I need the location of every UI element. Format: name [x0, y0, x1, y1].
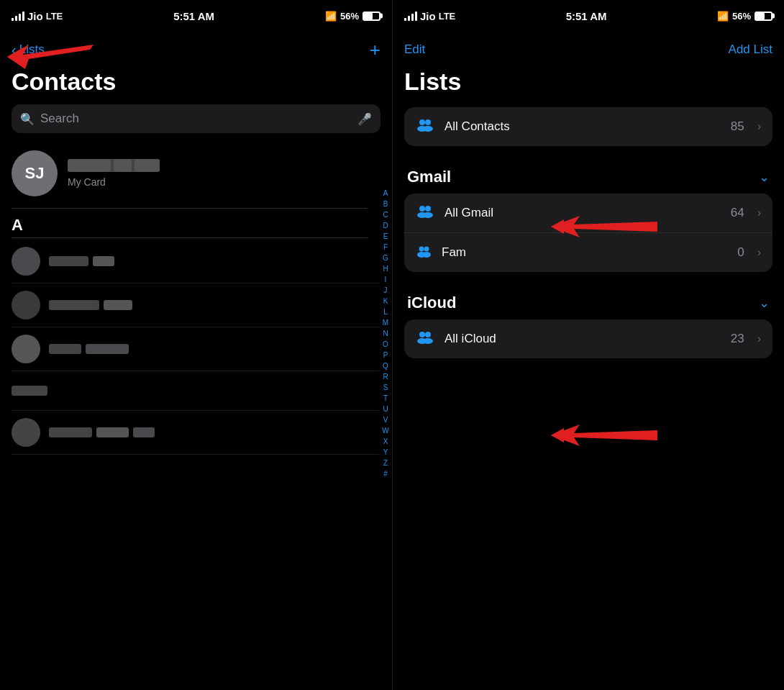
add-list-button[interactable]: Add List: [729, 42, 772, 57]
svg-point-18: [419, 332, 425, 337]
alpha-N[interactable]: N: [383, 328, 388, 339]
fam-row[interactable]: Fam 0 ›: [404, 232, 772, 272]
signal-icon: [12, 11, 24, 21]
svg-point-12: [419, 247, 424, 252]
blur-block-3: [135, 159, 160, 172]
battery-icon: [363, 12, 380, 21]
svg-point-13: [424, 247, 429, 252]
alpha-K[interactable]: K: [383, 296, 388, 307]
alpha-R[interactable]: R: [383, 371, 388, 382]
contact-row-1[interactable]: [12, 240, 379, 283]
section-letter-a: A: [12, 210, 379, 237]
alpha-B[interactable]: B: [383, 199, 388, 209]
alpha-Z[interactable]: Z: [383, 458, 388, 468]
gmail-group-icon-1: [416, 204, 434, 222]
alpha-V[interactable]: V: [383, 414, 388, 425]
icloud-chevron-down[interactable]: ⌄: [759, 295, 770, 311]
blur-block-1: [68, 159, 111, 172]
contact-row-2[interactable]: [12, 283, 379, 327]
right-time: 5:51 AM: [566, 10, 607, 22]
alpha-Q[interactable]: Q: [383, 360, 388, 371]
contacts-title: Contacts: [0, 68, 392, 104]
contacts-scroll[interactable]: SJ My Card A: [0, 145, 379, 690]
back-to-lists-button[interactable]: ‹ Lists: [12, 42, 45, 58]
svg-point-11: [423, 212, 433, 218]
svg-point-15: [422, 252, 431, 258]
contact-name-1: [49, 256, 114, 266]
alpha-D[interactable]: D: [383, 220, 388, 231]
alpha-I[interactable]: I: [385, 274, 387, 285]
right-battery-area: 📶 56%: [717, 11, 772, 22]
icloud-label: iCloud: [407, 294, 456, 312]
alpha-hash[interactable]: #: [383, 468, 388, 479]
svg-point-9: [425, 206, 431, 212]
alpha-T[interactable]: T: [383, 393, 388, 404]
svg-point-8: [419, 206, 425, 212]
alpha-C[interactable]: C: [383, 209, 388, 220]
all-gmail-row[interactable]: All Gmail 64 ›: [404, 194, 772, 232]
contacts-group-icon-all: [416, 117, 434, 136]
alpha-Y[interactable]: Y: [383, 447, 388, 458]
name-blur-4a: [12, 386, 47, 396]
all-icloud-row[interactable]: All iCloud 23 ›: [404, 319, 772, 358]
gmail-chevron-down[interactable]: ⌄: [759, 169, 770, 185]
alpha-G[interactable]: G: [383, 253, 388, 263]
alpha-L[interactable]: L: [383, 307, 388, 317]
svg-point-19: [425, 332, 431, 337]
fam-count: 0: [737, 245, 744, 260]
alpha-M[interactable]: M: [383, 317, 388, 328]
my-card-row[interactable]: SJ My Card: [12, 145, 379, 208]
alpha-E[interactable]: E: [383, 231, 388, 242]
avatar: SJ: [12, 150, 58, 196]
icloud-section-header[interactable]: iCloud ⌄: [404, 279, 772, 319]
name-blur-5b: [96, 427, 129, 437]
section-divider-a2: [12, 237, 368, 238]
alpha-W[interactable]: W: [382, 425, 388, 436]
alpha-U[interactable]: U: [383, 404, 388, 414]
my-card-label: My Card: [68, 176, 160, 188]
contact-row-5[interactable]: [12, 411, 379, 455]
gmail-card[interactable]: All Gmail 64 › Fam 0 ›: [404, 194, 772, 272]
icloud-card[interactable]: All iCloud 23 ›: [404, 319, 772, 358]
search-bar[interactable]: 🔍 Search 🎤: [12, 104, 380, 133]
fam-label: Fam: [442, 245, 727, 260]
name-blur-3b: [86, 344, 129, 354]
wifi-icon: 📶: [325, 11, 337, 22]
gmail-section-header[interactable]: Gmail ⌄: [404, 153, 772, 194]
alphabet-index[interactable]: A B C D E F G H I J K L M N O P Q R S T …: [379, 145, 392, 690]
svg-marker-17: [551, 428, 564, 442]
left-battery-pct: 56%: [340, 11, 359, 22]
alpha-S[interactable]: S: [383, 382, 388, 393]
right-status-bar: Jio LTE 5:51 AM 📶 56%: [393, 0, 784, 32]
all-contacts-label: All Contacts: [445, 119, 721, 134]
contact-thumb-2: [12, 291, 40, 319]
contacts-list-area: SJ My Card A: [0, 145, 392, 690]
red-arrow-icloud: [551, 417, 659, 456]
all-gmail-chevron: ›: [757, 206, 761, 219]
all-icloud-count: 23: [731, 332, 744, 346]
chevron-left-icon: ‹: [12, 42, 17, 58]
add-contact-button[interactable]: +: [370, 40, 380, 59]
lists-scroll[interactable]: All Contacts 85 › Gmail ⌄: [393, 107, 784, 690]
edit-button[interactable]: Edit: [404, 42, 425, 57]
alpha-A[interactable]: A: [383, 188, 388, 199]
alpha-J[interactable]: J: [384, 285, 388, 296]
my-card-name-blurred: [68, 159, 160, 172]
all-contacts-card[interactable]: All Contacts 85 ›: [404, 107, 772, 146]
all-icloud-chevron: ›: [757, 332, 761, 345]
svg-marker-16: [551, 425, 657, 446]
lists-title: Lists: [393, 68, 784, 107]
left-carrier: Jio LTE: [12, 10, 63, 22]
alpha-O[interactable]: O: [383, 339, 388, 350]
svg-point-2: [419, 119, 425, 125]
all-contacts-row[interactable]: All Contacts 85 ›: [404, 107, 772, 146]
right-wifi-icon: 📶: [717, 11, 729, 22]
contact-row-4[interactable]: [12, 371, 379, 411]
alpha-X[interactable]: X: [383, 436, 388, 447]
alpha-F[interactable]: F: [383, 242, 388, 253]
contact-row-3[interactable]: [12, 327, 379, 371]
contact-thumb-5: [12, 418, 40, 447]
alpha-P[interactable]: P: [383, 350, 388, 360]
right-panel: Jio LTE 5:51 AM 📶 56% Edit Add List List…: [392, 0, 784, 690]
alpha-H[interactable]: H: [383, 263, 388, 274]
